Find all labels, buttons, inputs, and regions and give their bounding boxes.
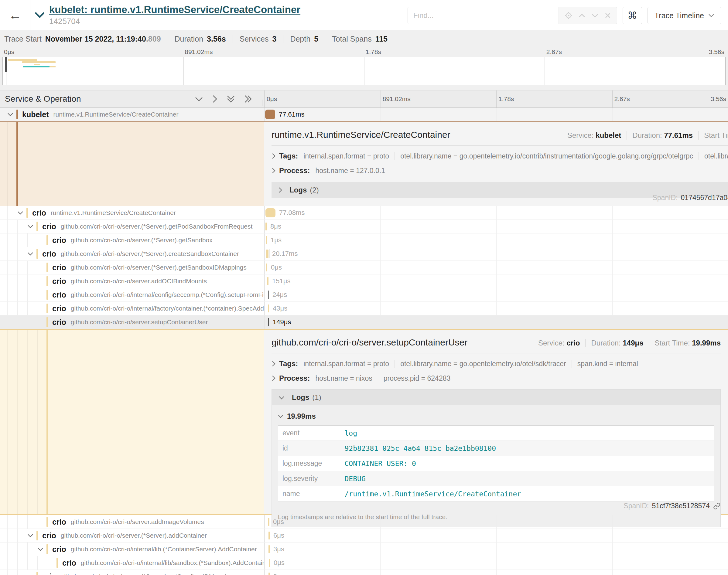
span-row[interactable]: criogithub.com/cri-o/cri-o/server.(*Serv… [0,220,728,233]
span-timeline-cell[interactable]: 20.17ms [264,247,728,261]
log-field-key: name [278,486,340,502]
span-name-cell[interactable]: criogithub.com/cri-o/cri-o/server.(*Serv… [0,261,264,274]
locate-icon[interactable] [565,11,572,20]
tags-accordion[interactable]: Tags: internal.span.format = protootel.l… [271,360,721,368]
span-service-name: crio [52,291,66,299]
chevron-down-icon[interactable] [37,547,46,551]
span-timeline-cell[interactable]: 151μs [264,274,728,288]
expand-one-icon[interactable] [212,95,218,103]
chevron-down-icon[interactable] [27,225,36,229]
span-row[interactable]: criogithub.com/cri-o/cri-o/server.(*Serv… [0,570,728,575]
span-timeline-cell[interactable]: 0μs [264,570,728,575]
find-input[interactable] [408,7,559,24]
keyboard-shortcuts-button[interactable]: ⌘ [623,7,642,24]
tree-guide [7,515,17,529]
span-row[interactable]: criogithub.com/cri-o/cri-o/server.setupC… [0,315,728,329]
span-operation-name: runtime.v1.RuntimeService/CreateContaine… [54,111,178,118]
span-name-cell[interactable]: criogithub.com/cri-o/cri-o/server.(*Serv… [0,233,264,247]
span-name-cell[interactable]: criogithub.com/cri-o/cri-o/server.addIma… [0,515,264,529]
trace-title-chevron-down-icon[interactable] [35,12,45,19]
find-prev-icon[interactable] [578,13,586,18]
span-timeline-cell[interactable]: 77.08ms [264,206,728,219]
chevron-down-icon[interactable] [7,113,16,116]
span-row[interactable]: criogithub.com/cri-o/cri-o/server.(*Serv… [0,247,728,261]
span-timeline-cell[interactable]: 77.61ms [264,108,728,121]
deep-link-icon[interactable] [713,502,721,510]
span-name-cell[interactable]: criogithub.com/cri-o/cri-o/server.addOCI… [0,274,264,288]
logs-count: (2) [310,186,319,194]
minimap-scrub-handle[interactable] [5,57,7,72]
detail-start-time: Start Time: 0μs [698,131,728,140]
span-timeline-cell[interactable]: 24μs [264,288,728,301]
find-next-icon[interactable] [591,13,599,18]
column-resize-handle[interactable] [260,100,262,106]
detail-duration: Duration: 77.61ms [627,131,698,140]
trace-start-value: November 15 2022, 11:19:40.809 [45,35,161,43]
tree-guide [17,529,27,542]
span-duration-label: 8μs [270,223,281,230]
span-name-cell[interactable]: criogithub.com/cri-o/cri-o/internal/fact… [0,302,264,315]
span-name-cell[interactable]: criogithub.com/cri-o/cri-o/internal/conf… [0,288,264,301]
span-name-cell[interactable]: criogithub.com/cri-o/cri-o/server.(*Serv… [0,220,264,233]
chevron-down-icon[interactable] [27,252,36,256]
minimap-canvas[interactable] [2,57,726,85]
span-name-cell[interactable]: criogithub.com/cri-o/cri-o/server.(*Serv… [0,529,264,542]
span-name-cell[interactable]: criogithub.com/cri-o/cri-o/internal/lib/… [0,556,264,570]
trace-minimap[interactable]: 0μs891.02ms1.78s2.67s3.56s [2,48,726,85]
span-name-cell[interactable]: criogithub.com/cri-o/cri-o/internal/lib.… [0,543,264,556]
tree-guide [37,556,47,570]
span-timeline-cell[interactable]: 0μs [264,556,728,570]
span-operation-name: github.com/cri-o/cri-o/internal/config/s… [71,291,264,298]
span-duration-bar [268,318,269,326]
span-row[interactable]: criogithub.com/cri-o/cri-o/server.addIma… [0,515,728,529]
span-row[interactable]: criogithub.com/cri-o/cri-o/internal/lib.… [0,543,728,556]
tick-label: 3.56s [709,48,724,56]
tree-guide [17,233,27,247]
process-accordion[interactable]: Process: host.name = nixosprocess.pid = … [271,374,721,382]
span-timeline-cell[interactable]: 0μs [264,515,728,529]
chevron-down-icon[interactable] [27,534,36,538]
process-accordion[interactable]: Process: host.name = 127.0.0.1 [271,166,728,175]
log-field-key: event [278,426,340,441]
span-name-cell[interactable]: crioruntime.v1.RuntimeService/CreateCont… [0,206,264,219]
span-row[interactable]: criogithub.com/cri-o/cri-o/server.(*Serv… [0,261,728,274]
span-name-cell[interactable]: kubeletruntime.v1.RuntimeService/CreateC… [0,108,264,121]
span-timeline-cell[interactable]: 149μs [264,315,728,329]
span-duration-bar [268,518,269,526]
span-timeline-cell[interactable]: 0μs [264,261,728,274]
span-row[interactable]: criogithub.com/cri-o/cri-o/internal/conf… [0,288,728,302]
collapse-all-icon[interactable] [227,95,235,103]
span-row[interactable]: crioruntime.v1.RuntimeService/CreateCont… [0,206,728,220]
span-row[interactable]: criogithub.com/cri-o/cri-o/server.(*Serv… [0,529,728,543]
collapse-one-icon[interactable] [195,97,203,102]
log-entry-accordion[interactable]: 19.99ms [278,412,714,420]
find-clear-icon[interactable] [604,12,611,19]
tags-label: Tags: [279,360,298,368]
tags-accordion[interactable]: Tags: internal.span.format = protootel.l… [271,152,728,160]
span-row[interactable]: criogithub.com/cri-o/cri-o/server.addOCI… [0,274,728,288]
tree-guide [7,315,17,329]
tree-guide [27,315,37,329]
span-duration-bar [265,223,267,230]
span-timeline-cell[interactable]: 6μs [264,529,728,542]
title-block: kubelet: runtime.v1.RuntimeService/Creat… [49,4,300,26]
span-name-cell[interactable]: criogithub.com/cri-o/cri-o/server.(*Serv… [0,247,264,261]
span-timeline-cell[interactable]: 8μs [264,220,728,233]
span-row[interactable]: kubeletruntime.v1.RuntimeService/CreateC… [0,108,728,122]
span-row[interactable]: criogithub.com/cri-o/cri-o/server.(*Serv… [0,233,728,247]
trace-view-selector[interactable]: Trace Timeline [648,7,721,24]
span-row[interactable]: criogithub.com/cri-o/cri-o/internal/fact… [0,302,728,315]
span-name-cell[interactable]: criogithub.com/cri-o/cri-o/server.setupC… [0,315,264,329]
span-timeline-cell[interactable]: 43μs [264,302,728,315]
span-timeline-cell[interactable]: 1μs [264,233,728,247]
chevron-down-icon[interactable] [17,211,26,215]
span-row[interactable]: criogithub.com/cri-o/cri-o/internal/lib/… [0,556,728,570]
expand-all-icon[interactable] [244,95,252,103]
span-timeline-cell[interactable]: 3μs [264,543,728,556]
back-button[interactable]: ← [0,0,30,30]
timeline-ruler: 0μs891.02ms1.78s2.67s3.56s [264,91,728,107]
span-name-cell[interactable]: criogithub.com/cri-o/cri-o/server.(*Serv… [0,570,264,575]
kv-item: otel.library.name = go.opentelemetry.io/… [395,360,571,368]
trace-title-link[interactable]: kubelet: runtime.v1.RuntimeService/Creat… [49,4,300,15]
logs-accordion[interactable]: Logs (1) [272,390,720,405]
